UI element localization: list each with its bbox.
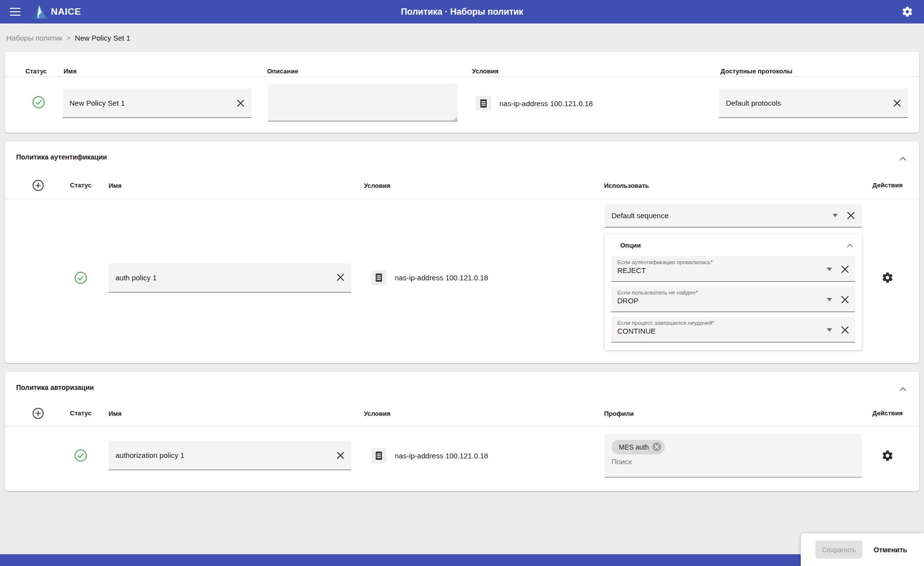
authz-rule-name-input[interactable] [115, 451, 333, 459]
column-status: Статус [70, 409, 91, 417]
add-authorization-rule-icon[interactable] [32, 408, 44, 419]
column-actions: Действия [873, 181, 903, 189]
if-process-failed-label: Если процесс завершился неудачей* [617, 320, 827, 326]
clear-name-icon[interactable] [233, 99, 245, 107]
clear-if-user-not-found-icon[interactable] [841, 295, 849, 304]
collapse-options-icon[interactable] [847, 244, 853, 248]
if-process-failed-value: CONTINUE [617, 327, 827, 335]
menu-icon[interactable] [10, 8, 21, 16]
condition-list-icon[interactable] [476, 96, 491, 111]
column-status: Статус [70, 181, 91, 189]
breadcrumb-current: New Policy Set 1 [75, 34, 130, 42]
page-title: Политика · Наборы политик [0, 7, 924, 17]
authorization-policy-card: Политика авторизации Статус Имя Условия … [5, 372, 919, 491]
if-process-failed-select[interactable]: Если процесс завершился неудачей* CONTIN… [611, 317, 855, 342]
clear-authz-name-icon[interactable] [333, 452, 344, 459]
add-authentication-rule-icon[interactable] [32, 180, 44, 191]
authentication-policy-card: Политика аутентификации Статус Имя Услов… [5, 141, 919, 363]
collapse-authorization-icon[interactable] [900, 385, 907, 390]
brand-name: NAICE [51, 6, 81, 17]
auth-rule-condition: nas-ip-address 100.121.0.18 [395, 273, 488, 282]
profile-chip[interactable]: MES auth [611, 440, 665, 454]
clear-sequence-icon[interactable] [847, 211, 855, 220]
check-circle-icon [74, 272, 87, 284]
profile-chip-label: MES auth [619, 443, 649, 451]
column-name: Имя [109, 410, 122, 417]
protocols-input[interactable] [726, 99, 889, 107]
authz-rule-actions-gear-icon[interactable] [881, 450, 894, 462]
auth-rule-name-input[interactable] [115, 273, 333, 282]
column-name: Имя [109, 182, 122, 189]
column-description: Описание [267, 68, 298, 75]
app-bar: NAICE Политика · Наборы политик [0, 0, 924, 23]
clear-auth-name-icon[interactable] [333, 273, 344, 281]
policy-set-name-input[interactable] [69, 99, 233, 107]
authentication-rule-row: nas-ip-address 100.121.0.18 Default sequ… [5, 199, 919, 356]
options-title: Опции [620, 242, 641, 249]
if-auth-failed-value: REJECT [617, 266, 827, 274]
column-profiles: Профили [604, 410, 634, 417]
column-conditions: Условия [364, 182, 390, 189]
protocols-field[interactable] [719, 89, 908, 118]
remove-chip-icon[interactable] [652, 442, 661, 452]
condition-list-icon[interactable] [371, 270, 386, 285]
collapse-authentication-icon[interactable] [900, 154, 907, 160]
profiles-search-input[interactable] [611, 457, 758, 466]
caret-down-icon [827, 268, 832, 271]
authz-rule-name-field[interactable] [109, 441, 351, 470]
sequence-value: Default sequence [611, 211, 833, 220]
cancel-button[interactable]: Отменить [874, 546, 907, 554]
policy-set-header-row: Статус Имя Описание Условия Доступные пр… [5, 52, 919, 76]
caret-down-icon [827, 298, 832, 301]
if-user-not-found-label: Если пользователь не найден* [617, 290, 827, 295]
column-name: Имя [64, 68, 77, 75]
caret-down-icon [827, 328, 832, 332]
options-panel: Опции Если аутентификация провалилась* R… [605, 234, 862, 350]
if-user-not-found-value: DROP [617, 296, 827, 305]
settings-gear-icon[interactable] [901, 5, 914, 19]
authorization-policy-title: Политика авторизации [5, 372, 919, 391]
if-auth-failed-select[interactable]: Если аутентификация провалилась* REJECT [611, 256, 855, 282]
column-conditions: Условия [472, 68, 498, 75]
caret-down-icon [833, 214, 838, 217]
profiles-field[interactable]: MES auth [605, 434, 862, 477]
column-protocols: Доступные протоколы [721, 68, 792, 75]
policy-set-card: Статус Имя Описание Условия Доступные пр… [5, 52, 919, 133]
authentication-header-row: Статус Имя Условия Использовать Действия [5, 161, 919, 199]
naice-logo-icon [31, 4, 47, 19]
breadcrumb-separator: > [67, 34, 70, 42]
authorization-header-row: Статус Имя Условия Профили Действия [5, 391, 919, 426]
check-circle-icon [74, 449, 87, 462]
footer-bar [0, 554, 924, 566]
policy-set-name-field[interactable] [63, 89, 251, 118]
if-user-not-found-select[interactable]: Если пользователь не найден* DROP [611, 286, 855, 312]
column-conditions: Условия [364, 410, 390, 417]
save-button[interactable]: Сохранить [815, 541, 862, 559]
if-auth-failed-label: Если аутентификация провалилась* [617, 259, 827, 265]
column-use: Использовать [604, 182, 649, 189]
clear-if-auth-failed-icon[interactable] [841, 265, 849, 273]
policy-set-row: nas-ip-address 100.121.0.18 [5, 77, 919, 133]
check-circle-icon [32, 96, 45, 109]
actions-card: Сохранить Отменить [801, 533, 924, 566]
clear-protocols-icon[interactable] [889, 99, 901, 107]
brand: NAICE [31, 4, 81, 19]
policy-set-condition: nas-ip-address 100.121.0.18 [499, 99, 593, 108]
condition-list-icon[interactable] [371, 448, 386, 463]
breadcrumb: Наборы политик > New Policy Set 1 [0, 23, 924, 52]
column-status: Статус [25, 68, 47, 75]
column-actions: Действия [873, 409, 903, 417]
description-textarea[interactable] [268, 84, 458, 121]
auth-rule-name-field[interactable] [109, 263, 351, 293]
auth-rule-actions-gear-icon[interactable] [881, 272, 894, 284]
breadcrumb-parent-link[interactable]: Наборы политик [6, 34, 62, 42]
sequence-select[interactable]: Default sequence [605, 204, 862, 227]
authentication-policy-title: Политика аутентификации [5, 141, 919, 161]
authz-rule-condition: nas-ip-address 100.121.0.18 [395, 452, 488, 460]
authorization-rule-row: nas-ip-address 100.121.0.18 MES auth [5, 427, 919, 484]
clear-if-process-failed-icon[interactable] [841, 326, 849, 334]
